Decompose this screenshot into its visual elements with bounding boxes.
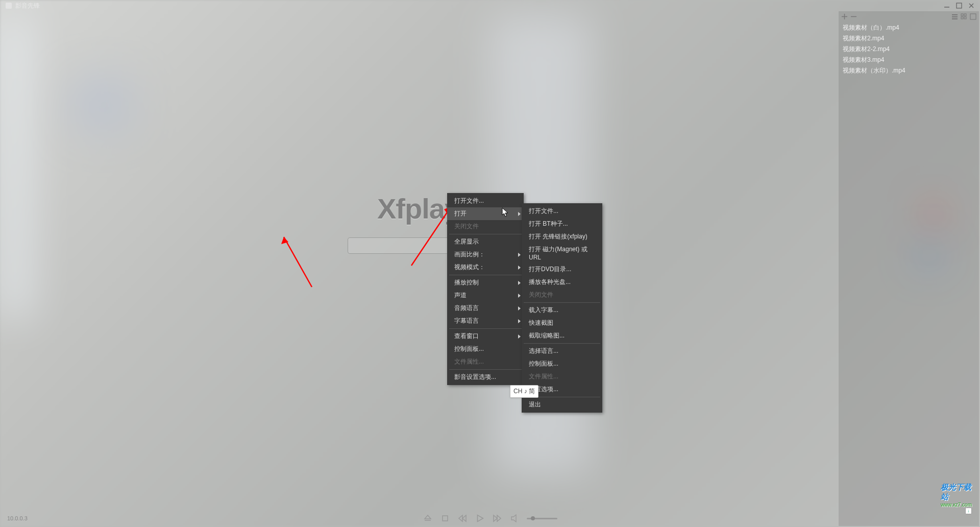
menu-item[interactable]: 打开文件... [447,195,524,207]
version-label: 10.0.0.3 [7,515,28,521]
menu-item[interactable]: 声道 [447,289,524,302]
menu-item: 文件属性... [522,370,602,383]
svg-rect-15 [952,16,958,17]
menu-item[interactable]: 打开DVD目录... [522,263,602,276]
menu-item: 文件属性... [447,355,524,368]
menu-item[interactable]: 载入字幕... [522,304,602,317]
close-button[interactable] [968,2,975,9]
playlist-item[interactable]: 视频素材2-2.mp4 [839,44,979,55]
svg-rect-20 [964,17,966,19]
menu-item: 关闭文件 [522,289,602,301]
playlist-item[interactable]: 视频素材2.mp4 [839,33,979,44]
menu-item[interactable]: 字幕语言 [447,315,524,327]
menu-item[interactable]: 影音设置选项... [447,371,524,384]
svg-rect-21 [970,14,976,19]
playlist-items: 视频素材（白）.mp4视频素材2.mp4视频素材2-2.mp4视频素材3.mp4… [839,21,979,77]
svg-marker-30 [511,515,516,522]
svg-rect-24 [443,516,448,521]
menu-item[interactable]: 快速截图 [522,317,602,329]
player-controls [423,513,557,523]
menu-item[interactable]: 音频语言 [447,302,524,315]
ime-indicator[interactable]: CH ♪ 简 [510,385,538,398]
playlist-remove-button[interactable] [850,13,857,20]
svg-rect-2 [957,3,962,8]
minimize-button[interactable] [943,2,950,9]
eject-button[interactable] [423,513,433,523]
svg-rect-18 [964,14,966,16]
volume-slider[interactable] [527,518,557,519]
menu-item[interactable]: 打开 BT种子... [522,218,602,230]
cursor-icon [502,207,509,218]
main-area: Xfplay [0,0,837,507]
svg-rect-17 [961,14,963,16]
context-menu-open-submenu[interactable]: 打开文件...打开 BT种子...打开 先锋链接(xfplay)打开 磁力(Ma… [522,203,602,413]
context-menu-main[interactable]: 打开文件...打开关闭文件全屏显示画面比例：视频模式：播放控制声道音频语言字幕语… [447,193,524,385]
menu-item: 关闭文件 [447,220,524,233]
playlist-view2-button[interactable] [960,13,968,20]
svg-rect-14 [952,14,958,15]
menu-item[interactable]: 播放各种光盘... [522,276,602,289]
stop-button[interactable] [440,513,450,523]
menu-item[interactable]: 控制面板... [522,357,602,370]
svg-marker-26 [462,515,466,521]
mute-button[interactable] [509,513,520,523]
svg-rect-19 [961,17,963,19]
playlist-item[interactable]: 视频素材（白）.mp4 [839,22,979,33]
svg-marker-28 [494,515,497,521]
menu-item[interactable]: 退出 [522,398,602,411]
svg-rect-16 [952,18,958,19]
download-icon: ↓ [965,508,972,514]
menu-item[interactable]: 打开 [447,207,524,220]
playlist-view1-button[interactable] [951,13,959,20]
play-button[interactable] [475,513,485,523]
menu-item[interactable]: 选择语言... [522,345,602,357]
menu-item[interactable]: 打开文件... [522,205,602,218]
prev-button[interactable] [457,513,468,523]
menu-item[interactable]: 查看窗口 [447,330,524,343]
watermark: 极光下载站 www.xz7.com↓ [941,483,972,514]
watermark-text: 极光下载站 [941,483,971,501]
menu-item[interactable]: 视频模式： [447,261,524,274]
playlist-view3-button[interactable] [969,13,977,20]
menu-item[interactable]: 截取缩略图... [522,329,602,342]
playlist-item[interactable]: 视频素材3.mp4 [839,55,979,65]
playlist-item[interactable]: 视频素材（水印）.mp4 [839,65,979,76]
playlist-add-button[interactable] [841,13,848,20]
menu-item[interactable]: 播放控制 [447,276,524,289]
menu-item[interactable]: 全屏显示 [447,235,524,248]
svg-marker-27 [477,515,483,522]
menu-item[interactable]: 画面比例： [447,248,524,261]
menu-item[interactable]: 控制面板... [447,343,524,355]
playlist-panel: 视频素材（白）.mp4视频素材2.mp4视频素材2-2.mp4视频素材3.mp4… [839,11,979,526]
menu-item[interactable]: 打开 先锋链接(xfplay) [522,230,602,243]
svg-marker-22 [425,515,431,519]
menu-item[interactable]: 打开 磁力(Magnet) 或 URL [522,243,602,263]
next-button[interactable] [492,513,502,523]
ime-text: CH ♪ 简 [513,387,535,396]
bottom-bar: 10.0.0.3 极光下载站 www.xz7.com↓ [0,510,980,527]
maximize-button[interactable] [955,2,963,9]
playlist-toolbar [839,11,979,21]
